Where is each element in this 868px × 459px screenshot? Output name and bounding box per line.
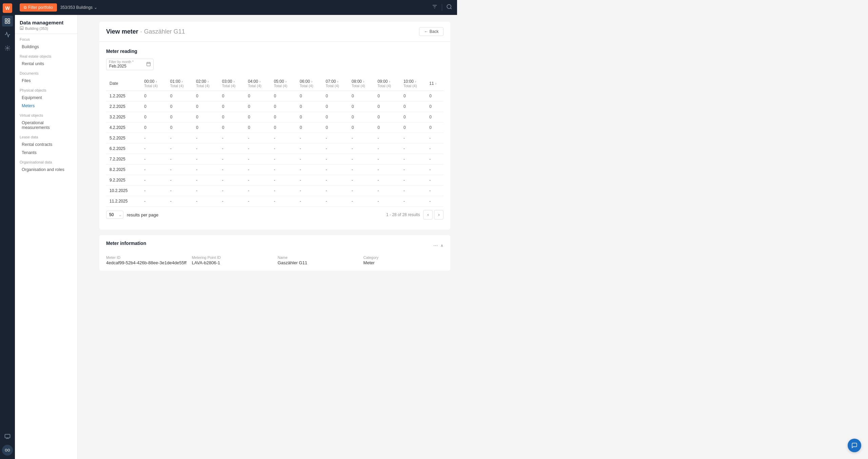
col-0200[interactable]: 02:00 ›Total (4) <box>193 76 218 91</box>
value-cell: - <box>219 186 244 196</box>
meter-info-collapse-button[interactable]: ∧ <box>440 243 443 248</box>
sidebar-item-rental-contracts[interactable]: Rental contracts <box>15 140 77 149</box>
value-cell: - <box>374 154 400 165</box>
value-cell: - <box>219 133 244 144</box>
app-logo[interactable]: W <box>3 3 12 13</box>
nav-modules[interactable] <box>2 43 13 54</box>
meter-name-label: Name <box>278 255 358 260</box>
col-0100[interactable]: 01:00 ›Total (4) <box>167 76 193 91</box>
value-cell: - <box>167 154 193 165</box>
meter-reading-table-wrap: Date 00:00 ›Total (4) 01:00 ›Total (4) 0… <box>106 76 443 207</box>
value-cell: 0 <box>374 112 400 122</box>
value-cell: 0 <box>271 112 296 122</box>
value-cell: - <box>271 133 296 144</box>
value-cell: - <box>348 196 374 207</box>
value-cell: - <box>348 186 374 196</box>
filter-portfolio-button[interactable]: ⧉ Filter portfolio <box>20 3 57 12</box>
value-cell: - <box>426 133 443 144</box>
value-cell: - <box>296 186 322 196</box>
value-cell: - <box>426 154 443 165</box>
nav-user[interactable]: OO <box>2 445 13 456</box>
calendar-icon <box>146 62 151 68</box>
value-cell: - <box>193 144 218 154</box>
prev-page-button[interactable]: ‹ <box>423 210 433 219</box>
next-page-button[interactable]: › <box>434 210 443 219</box>
topbar-filter-icon[interactable] <box>432 4 438 11</box>
results-per-page-label: results per page <box>127 212 158 217</box>
value-cell: - <box>167 175 193 186</box>
value-cell: - <box>167 144 193 154</box>
section-virtual-label: Virtual objects <box>15 110 77 119</box>
sidebar-item-files[interactable]: Files <box>15 77 77 85</box>
sidebar: Data management Building (353) Focus Bui… <box>15 15 78 459</box>
sidebar-item-equipment[interactable]: Equipment <box>15 94 77 102</box>
col-0700[interactable]: 07:00 ›Total (4) <box>322 76 348 91</box>
date-cell: 2.2.2025 <box>106 101 141 112</box>
sidebar-item-tenants[interactable]: Tenants <box>15 149 77 157</box>
buildings-selector[interactable]: 353/353 Buildings ⌄ <box>60 5 97 10</box>
value-cell: - <box>167 133 193 144</box>
per-page-select[interactable]: 50 25 100 <box>106 211 123 219</box>
page-title-text: View meter <box>106 28 138 35</box>
col-0800[interactable]: 08:00 ›Total (4) <box>348 76 374 91</box>
value-cell: - <box>219 196 244 207</box>
date-cell: 8.2.2025 <box>106 165 141 175</box>
value-cell: - <box>400 175 426 186</box>
col-1000[interactable]: 10:00 ›Total (4) <box>400 76 426 91</box>
table-row: 11.2.2025------------ <box>106 196 443 207</box>
sidebar-item-operational[interactable]: Operational measurements <box>15 119 77 132</box>
value-cell: - <box>141 175 166 186</box>
sidebar-item-rental-units[interactable]: Rental units <box>15 60 77 68</box>
value-cell: 0 <box>141 122 166 133</box>
meter-info-more-button[interactable]: ··· <box>433 243 438 249</box>
nav-reports[interactable] <box>2 29 13 40</box>
meter-info-title: Meter information <box>106 241 146 246</box>
nav-data-management[interactable] <box>2 16 13 26</box>
col-0000[interactable]: 00:00 ›Total (4) <box>141 76 166 91</box>
value-cell: - <box>400 133 426 144</box>
value-cell: 0 <box>271 122 296 133</box>
value-cell: - <box>271 154 296 165</box>
value-cell: 0 <box>193 112 218 122</box>
meter-info-card: Meter information ··· ∧ Meter ID 4edcaf9… <box>99 235 450 271</box>
topbar-search-icon[interactable] <box>446 4 452 11</box>
value-cell: 0 <box>348 122 374 133</box>
col-0300[interactable]: 03:00 ›Total (4) <box>219 76 244 91</box>
col-1100[interactable]: 11 › <box>426 76 443 91</box>
col-0500[interactable]: 05:00 ›Total (4) <box>271 76 296 91</box>
sidebar-item-buildings[interactable]: Buildings <box>15 43 77 51</box>
date-cell: 6.2.2025 <box>106 144 141 154</box>
date-cell: 10.2.2025 <box>106 186 141 196</box>
filter-month-wrap: Filter by month * <box>106 59 154 70</box>
value-cell: - <box>374 165 400 175</box>
nav-notifications[interactable] <box>2 431 13 442</box>
col-0900[interactable]: 09:00 ›Total (4) <box>374 76 400 91</box>
sidebar-item-meters[interactable]: Meters <box>15 102 77 110</box>
value-cell: - <box>426 186 443 196</box>
value-cell: - <box>271 175 296 186</box>
value-cell: 0 <box>141 112 166 122</box>
table-row: 8.2.2025------------ <box>106 165 443 175</box>
col-0600[interactable]: 06:00 ›Total (4) <box>296 76 322 91</box>
back-button[interactable]: ← Back <box>419 27 444 36</box>
value-cell: 0 <box>193 122 218 133</box>
value-cell: 0 <box>219 91 244 101</box>
col-0400[interactable]: 04:00 ›Total (4) <box>244 76 270 91</box>
value-cell: - <box>271 165 296 175</box>
topbar-right <box>432 4 452 11</box>
sidebar-item-org-roles[interactable]: Organisation and roles <box>15 166 77 174</box>
value-cell: - <box>244 196 270 207</box>
value-cell: 0 <box>296 112 322 122</box>
value-cell: - <box>296 133 322 144</box>
meter-reading-card: Meter reading Filter by month * Date <box>99 42 450 230</box>
svg-line-10 <box>451 8 452 9</box>
value-cell: 0 <box>374 122 400 133</box>
table-row: 3.2.2025000000000000 <box>106 112 443 122</box>
chat-button[interactable] <box>848 439 861 452</box>
value-cell: 0 <box>374 91 400 101</box>
meter-category-value: Meter <box>363 260 444 265</box>
value-cell: - <box>219 175 244 186</box>
meter-id-field: Meter ID 4edcaf99-52b4-426b-88ee-3e1de4d… <box>106 255 186 265</box>
svg-rect-1 <box>8 19 10 20</box>
section-org-label: Organisational data <box>15 157 77 166</box>
